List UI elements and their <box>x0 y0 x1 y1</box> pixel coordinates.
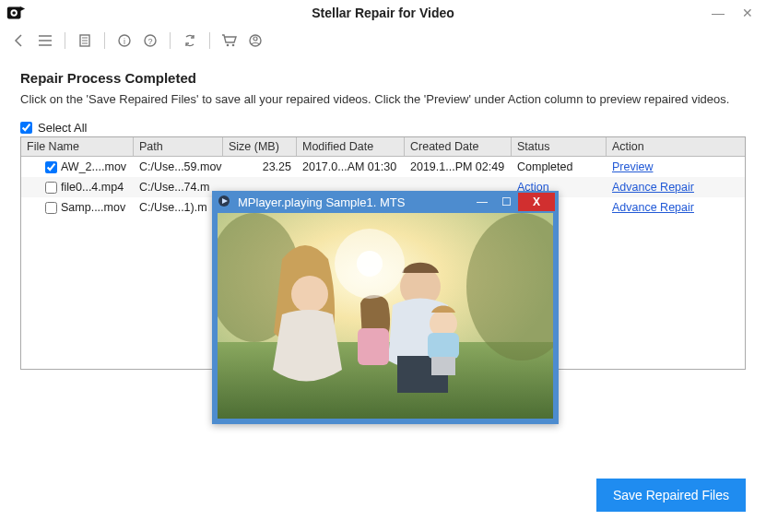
svg-point-28 <box>357 251 383 277</box>
row-checkbox[interactable] <box>45 202 57 214</box>
cart-icon[interactable] <box>219 30 240 51</box>
cell-path: C:/Use...1).m <box>134 199 223 216</box>
col-file[interactable]: File Name <box>21 137 134 156</box>
player-close-icon[interactable]: X <box>518 193 555 211</box>
col-size[interactable]: Size (MB) <box>223 137 297 156</box>
svg-rect-22 <box>428 333 459 359</box>
svg-rect-23 <box>431 357 455 375</box>
advance-repair-link[interactable]: Advance Repair <box>612 181 694 194</box>
select-all-checkbox[interactable] <box>20 122 32 134</box>
page-description: Click on the 'Save Repaired Files' to sa… <box>20 91 746 108</box>
video-player-window[interactable]: MPlayer.playing Sample1. MTS — ☐ X <box>212 191 559 424</box>
cell-path: C:/Use...74.m <box>134 179 223 195</box>
app-window: Stellar Repair for Video — ✕ i ? Repair … <box>0 0 766 532</box>
refresh-icon[interactable] <box>180 30 200 51</box>
page-heading: Repair Process Completed <box>20 70 746 86</box>
player-maximize-icon[interactable]: ☐ <box>494 191 518 213</box>
save-repaired-button[interactable]: Save Repaired Files <box>596 479 746 512</box>
toolbar: i ? <box>0 26 766 55</box>
user-icon[interactable] <box>245 30 265 51</box>
cell-file: file0...4.mp4 <box>61 181 124 194</box>
table-header: File Name Path Size (MB) Modified Date C… <box>21 137 745 157</box>
titlebar: Stellar Repair for Video — ✕ <box>0 0 766 26</box>
row-checkbox[interactable] <box>45 161 57 173</box>
cell-crt: 2019.1...PM 02:49 <box>405 159 512 175</box>
advance-repair-link[interactable]: Advance Repair <box>612 201 694 214</box>
svg-text:i: i <box>124 37 125 46</box>
help-icon[interactable]: ? <box>140 30 160 51</box>
player-controls: — ☐ X <box>470 191 559 213</box>
list-icon[interactable] <box>75 30 95 51</box>
player-icon <box>218 195 232 209</box>
menu-icon[interactable] <box>35 30 55 51</box>
svg-point-9 <box>227 44 230 47</box>
svg-point-24 <box>291 276 328 313</box>
svg-text:?: ? <box>147 37 152 46</box>
col-stat[interactable]: Status <box>512 137 607 156</box>
back-icon[interactable] <box>9 30 29 51</box>
cell-file: AW_2....mov <box>61 160 126 173</box>
svg-point-12 <box>253 37 257 41</box>
player-minimize-icon[interactable]: — <box>470 191 494 213</box>
select-all-label: Select All <box>38 121 87 135</box>
row-checkbox[interactable] <box>45 182 57 194</box>
col-mod[interactable]: Modified Date <box>297 137 405 156</box>
preview-link[interactable]: Preview <box>612 160 653 173</box>
window-title: Stellar Repair for Video <box>0 6 766 20</box>
player-titlebar[interactable]: MPlayer.playing Sample1. MTS — ☐ X <box>212 191 559 213</box>
select-all[interactable]: Select All <box>20 121 746 135</box>
cell-size: 23.25 <box>223 159 297 175</box>
table-row[interactable]: AW_2....mov C:/Use...59.mov 23.25 2017.0… <box>21 157 745 177</box>
cell-stat: Completed <box>512 159 607 175</box>
player-video-frame <box>218 213 553 419</box>
svg-point-10 <box>232 44 235 47</box>
cell-file: Samp....mov <box>61 201 125 214</box>
col-path[interactable]: Path <box>134 137 223 156</box>
col-act[interactable]: Action <box>607 137 739 156</box>
svg-rect-26 <box>358 328 389 365</box>
cell-path: C:/Use...59.mov <box>134 159 223 175</box>
cell-mod: 2017.0...AM 01:30 <box>297 159 405 175</box>
col-crt[interactable]: Created Date <box>405 137 512 156</box>
player-title: MPlayer.playing Sample1. MTS <box>238 195 405 209</box>
info-icon[interactable]: i <box>114 30 135 51</box>
